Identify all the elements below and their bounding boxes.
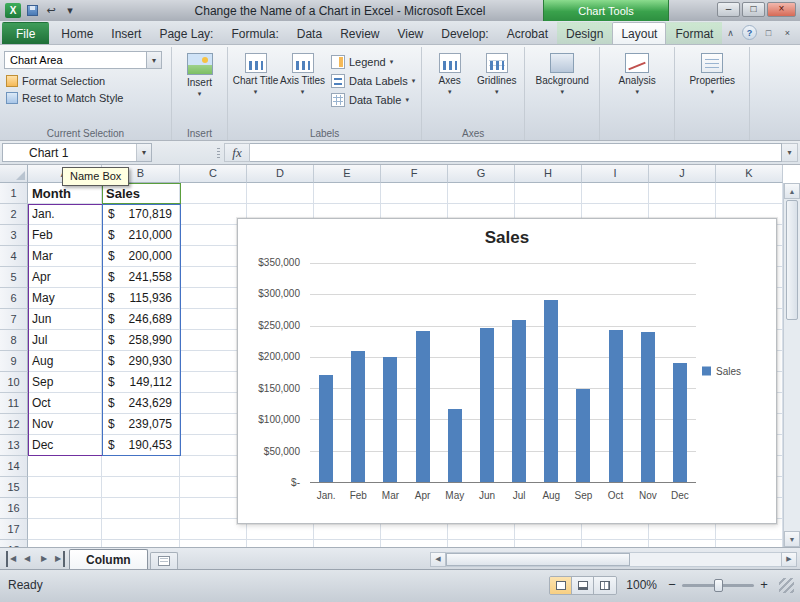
row-header-5[interactable]: 5 — [0, 267, 28, 288]
cell-b16[interactable] — [102, 498, 180, 519]
cell-b2[interactable]: $170,819 — [102, 204, 180, 225]
embedded-chart[interactable]: Sales $350,000$300,000$250,000$200,000$1… — [237, 218, 777, 524]
row-header-13[interactable]: 13 — [0, 435, 28, 456]
axis-titles-button[interactable]: Axis Titles ▾ — [279, 49, 326, 107]
chart-legend[interactable]: Sales — [702, 366, 768, 377]
scroll-up-icon[interactable]: ▲ — [784, 183, 800, 199]
chart-bar-apr[interactable] — [416, 331, 430, 482]
gridlines-button[interactable]: Gridlines ▾ — [473, 49, 520, 95]
previous-sheet-icon[interactable]: ◀ — [19, 551, 35, 567]
chevron-down-icon[interactable]: ▾ — [136, 144, 151, 161]
reset-to-match-style-button[interactable]: Reset to Match Style — [4, 89, 167, 106]
undo-button[interactable]: ↩ — [43, 3, 59, 19]
name-box-splitter[interactable] — [152, 143, 224, 162]
cell-d1[interactable] — [247, 183, 314, 204]
column-header-i[interactable]: I — [582, 165, 649, 183]
axes-button[interactable]: Axes ▾ — [426, 49, 473, 95]
expand-formula-bar-icon[interactable]: ▾ — [782, 143, 798, 162]
background-button[interactable]: Background ▾ — [529, 49, 595, 95]
cell-b12[interactable]: $239,075 — [102, 414, 180, 435]
column-header-f[interactable]: F — [381, 165, 448, 183]
row-header-6[interactable]: 6 — [0, 288, 28, 309]
chart-bar-sep[interactable] — [576, 389, 590, 482]
row-header-16[interactable]: 16 — [0, 498, 28, 519]
row-header-14[interactable]: 14 — [0, 456, 28, 477]
minimize-button[interactable]: – — [717, 2, 740, 17]
cell-e18[interactable] — [314, 540, 381, 547]
cell-a7[interactable]: Jun — [28, 309, 102, 330]
cell-a2[interactable]: Jan. — [28, 204, 102, 225]
vertical-scrollbar[interactable]: ▲ ▼ — [783, 183, 800, 547]
cell-a4[interactable]: Mar — [28, 246, 102, 267]
close-button[interactable]: × — [767, 2, 796, 17]
cell-j1[interactable] — [649, 183, 716, 204]
cell-b14[interactable] — [102, 456, 180, 477]
tab-data[interactable]: Data — [288, 22, 331, 44]
cell-a15[interactable] — [28, 477, 102, 498]
minimize-ribbon-icon[interactable]: ∧ — [723, 25, 738, 40]
tab-layout[interactable]: Layout — [612, 22, 666, 44]
row-header-8[interactable]: 8 — [0, 330, 28, 351]
help-icon[interactable]: ? — [742, 25, 757, 40]
cell-c1[interactable] — [180, 183, 247, 204]
format-selection-button[interactable]: Format Selection — [4, 72, 167, 89]
column-header-e[interactable]: E — [314, 165, 381, 183]
resize-grip[interactable] — [779, 578, 794, 593]
name-box[interactable]: Chart 1 ▾ — [2, 143, 152, 162]
cell-d18[interactable] — [247, 540, 314, 547]
insert-worksheet-button[interactable] — [150, 552, 178, 569]
row-header-9[interactable]: 9 — [0, 351, 28, 372]
insert-button[interactable]: Insert ▾ — [176, 49, 223, 97]
properties-button[interactable]: Properties ▾ — [679, 49, 745, 95]
data-table-button[interactable]: Data Table ▾ — [331, 92, 415, 107]
chevron-down-icon[interactable]: ▾ — [146, 52, 161, 68]
tab-file[interactable]: File — [2, 22, 49, 44]
cell-f18[interactable] — [381, 540, 448, 547]
cell-a12[interactable]: Nov — [28, 414, 102, 435]
vertical-scroll-thumb[interactable] — [786, 200, 798, 320]
zoom-in-button[interactable]: + — [758, 579, 770, 591]
row-header-4[interactable]: 4 — [0, 246, 28, 267]
chart-bar-jun[interactable] — [480, 328, 494, 482]
chart-bar-dec[interactable] — [673, 363, 687, 482]
cell-b6[interactable]: $115,936 — [102, 288, 180, 309]
cell-b9[interactable]: $290,930 — [102, 351, 180, 372]
cell-k1[interactable] — [716, 183, 783, 204]
cell-a8[interactable]: Jul — [28, 330, 102, 351]
row-header-18[interactable]: 18 — [0, 540, 28, 547]
cell-b10[interactable]: $149,112 — [102, 372, 180, 393]
tab-format[interactable]: Format — [666, 22, 722, 44]
chart-bar-nov[interactable] — [641, 332, 655, 482]
scroll-right-icon[interactable]: ▶ — [781, 552, 797, 567]
tab-view[interactable]: View — [388, 22, 432, 44]
tab-formula[interactable]: Formula: — [222, 22, 287, 44]
sheet-tab-column[interactable]: Column — [69, 549, 148, 569]
cell-b15[interactable] — [102, 477, 180, 498]
scroll-left-icon[interactable]: ◀ — [430, 552, 446, 567]
cell-b18[interactable] — [102, 540, 180, 547]
row-header-3[interactable]: 3 — [0, 225, 28, 246]
last-sheet-icon[interactable]: ▶ — [53, 551, 65, 567]
vertical-scroll-track[interactable] — [784, 321, 800, 531]
insert-function-button[interactable]: fx — [224, 143, 250, 162]
analysis-button[interactable]: Analysis ▾ — [604, 49, 670, 95]
workbook-close-icon[interactable]: × — [780, 25, 795, 40]
column-header-h[interactable]: H — [515, 165, 582, 183]
chart-bar-oct[interactable] — [609, 330, 623, 482]
qat-dropdown-button[interactable]: ▾ — [62, 3, 78, 19]
cell-j18[interactable] — [649, 540, 716, 547]
cell-a10[interactable]: Sep — [28, 372, 102, 393]
horizontal-scroll-track[interactable] — [446, 552, 781, 567]
cell-b8[interactable]: $258,990 — [102, 330, 180, 351]
horizontal-scrollbar[interactable]: ◀ ▶ — [430, 551, 797, 567]
first-sheet-icon[interactable]: ◀ — [6, 551, 18, 567]
chart-bar-jan[interactable] — [319, 375, 333, 482]
cell-g1[interactable] — [448, 183, 515, 204]
zoom-out-button[interactable]: − — [666, 579, 678, 591]
tab-design[interactable]: Design — [557, 22, 612, 44]
maximize-button[interactable]: □ — [742, 2, 765, 17]
chart-title[interactable]: Sales — [238, 228, 776, 248]
cell-k18[interactable] — [716, 540, 783, 547]
cell-c18[interactable] — [180, 540, 247, 547]
cell-g18[interactable] — [448, 540, 515, 547]
